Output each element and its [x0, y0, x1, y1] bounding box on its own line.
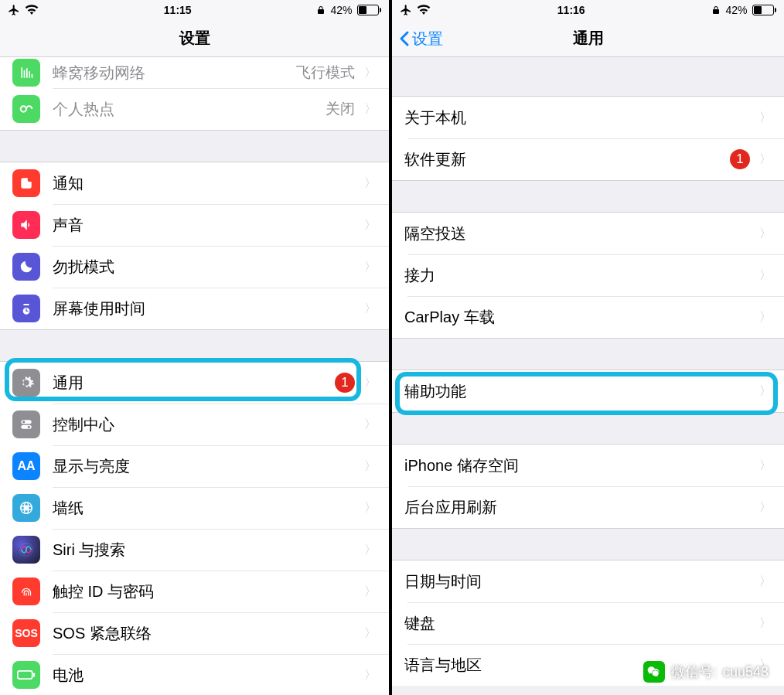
row-notifications[interactable]: 通知 〉 — [0, 162, 389, 204]
row-keyboard[interactable]: 键盘 〉 — [392, 602, 784, 644]
notifications-icon — [12, 169, 40, 197]
battery-row-icon — [12, 661, 40, 689]
status-bar: 11:16 42% — [392, 0, 784, 20]
battery-icon — [752, 5, 777, 15]
row-wallpaper[interactable]: 墙纸 〉 — [0, 487, 389, 529]
group-continuity: 隔空投送 〉 接力 〉 CarPlay 车载 〉 — [392, 212, 784, 339]
chevron-right-icon: 〉 — [364, 101, 377, 118]
touchid-label: 触控 ID 与密码 — [53, 581, 361, 602]
sounds-icon — [12, 211, 40, 239]
carplay-label: CarPlay 车载 — [404, 307, 756, 328]
chevron-left-icon — [398, 29, 411, 48]
chevron-right-icon: 〉 — [759, 110, 772, 126]
nav-back-button[interactable]: 设置 — [398, 20, 443, 57]
touchid-icon — [12, 577, 40, 605]
chevron-right-icon: 〉 — [364, 500, 377, 516]
status-time: 11:16 — [557, 4, 585, 16]
row-battery[interactable]: 电池 〉 — [0, 654, 389, 695]
svg-point-5 — [28, 426, 30, 428]
sos-icon: SOS — [12, 619, 40, 647]
chevron-right-icon: 〉 — [364, 217, 377, 233]
siri-label: Siri 与搜索 — [53, 540, 361, 560]
chevron-right-icon: 〉 — [759, 152, 772, 168]
group-storage: iPhone 储存空间 〉 后台应用刷新 〉 — [392, 444, 784, 529]
dnd-icon — [12, 253, 40, 281]
sounds-label: 声音 — [53, 215, 361, 236]
row-software-update[interactable]: 软件更新 1 〉 — [392, 138, 784, 180]
datetime-label: 日期与时间 — [404, 571, 756, 592]
hotspot-icon — [12, 95, 40, 123]
svg-rect-11 — [18, 671, 32, 679]
battery-pct: 42% — [725, 4, 747, 16]
general-label: 通用 — [53, 373, 335, 393]
keyboard-label: 键盘 — [404, 613, 756, 634]
spacer — [392, 57, 784, 96]
chevron-right-icon: 〉 — [364, 175, 377, 192]
storage-label: iPhone 储存空间 — [404, 455, 756, 476]
chevron-right-icon: 〉 — [364, 301, 377, 317]
svg-point-7 — [24, 506, 29, 510]
update-badge: 1 — [730, 149, 750, 169]
row-datetime[interactable]: 日期与时间 〉 — [392, 560, 784, 602]
row-dnd[interactable]: 勿扰模式 〉 — [0, 246, 389, 288]
status-bar: 11:15 42% — [0, 0, 389, 20]
row-general[interactable]: 通用 1 〉 — [0, 362, 389, 404]
notifications-label: 通知 — [53, 173, 361, 194]
display-icon: AA — [12, 452, 40, 480]
chevron-right-icon: 〉 — [364, 667, 377, 683]
battery-label: 电池 — [53, 665, 361, 686]
row-about[interactable]: 关于本机 〉 — [392, 97, 784, 138]
group-general: 通用 1 〉 控制中心 〉 AA 显示与亮度 〉 墙纸 〉 Siri 与搜 — [0, 361, 389, 695]
cellular-label: 蜂窝移动网络 — [53, 63, 296, 83]
row-accessibility[interactable]: 辅助功能 〉 — [392, 370, 784, 412]
chevron-right-icon: 〉 — [759, 499, 772, 516]
watermark-id: cuu543 — [723, 664, 769, 680]
nav-title: 设置 — [179, 28, 210, 49]
spacer — [392, 529, 784, 560]
screentime-icon — [12, 295, 40, 322]
airplane-icon — [8, 4, 20, 16]
update-label: 软件更新 — [404, 149, 730, 170]
row-sos[interactable]: SOS SOS 紧急联络 〉 — [0, 612, 389, 654]
wallpaper-label: 墙纸 — [53, 498, 361, 519]
row-sounds[interactable]: 声音 〉 — [0, 204, 389, 246]
chevron-right-icon: 〉 — [364, 542, 377, 558]
control-center-label: 控制中心 — [53, 414, 361, 435]
row-screentime[interactable]: 屏幕使用时间 〉 — [0, 288, 389, 329]
airplane-icon — [400, 4, 412, 16]
chevron-right-icon: 〉 — [759, 226, 772, 242]
lock-icon — [316, 5, 326, 15]
sos-label: SOS 紧急联络 — [53, 623, 361, 644]
dnd-label: 勿扰模式 — [53, 257, 361, 278]
row-control-center[interactable]: 控制中心 〉 — [0, 404, 389, 445]
spacer — [392, 181, 784, 212]
spacer — [392, 339, 784, 370]
display-label: 显示与亮度 — [53, 456, 361, 477]
general-pane-right: 11:16 42% 设置 通用 关于本机 〉 软件更新 1 〉 — [392, 0, 784, 695]
chevron-right-icon: 〉 — [759, 574, 772, 590]
row-storage[interactable]: iPhone 储存空间 〉 — [392, 445, 784, 486]
group-about: 关于本机 〉 软件更新 1 〉 — [392, 96, 784, 181]
row-airdrop[interactable]: 隔空投送 〉 — [392, 213, 784, 254]
wifi-icon — [417, 5, 431, 15]
row-display[interactable]: AA 显示与亮度 〉 — [0, 445, 389, 487]
chevron-right-icon: 〉 — [364, 584, 377, 600]
row-siri[interactable]: Siri 与搜索 〉 — [0, 529, 389, 571]
wechat-icon — [643, 661, 665, 683]
svg-point-1 — [28, 177, 33, 182]
airdrop-label: 隔空投送 — [404, 223, 756, 244]
watermark-prefix: 微信号: — [671, 663, 717, 681]
row-handoff[interactable]: 接力 〉 — [392, 254, 784, 296]
row-touchid[interactable]: 触控 ID 与密码 〉 — [0, 571, 389, 612]
chevron-right-icon: 〉 — [759, 267, 772, 284]
cellular-value: 飞行模式 — [296, 63, 355, 83]
control-center-icon — [12, 411, 40, 438]
row-carplay[interactable]: CarPlay 车载 〉 — [392, 296, 784, 338]
general-badge: 1 — [335, 373, 355, 393]
chevron-right-icon: 〉 — [364, 625, 377, 642]
chevron-right-icon: 〉 — [759, 615, 772, 632]
row-hotspot[interactable]: 个人热点 关闭 〉 — [0, 88, 389, 130]
row-bg-refresh[interactable]: 后台应用刷新 〉 — [392, 486, 784, 528]
hotspot-label: 个人热点 — [53, 99, 326, 120]
row-cellular[interactable]: 蜂窝移动网络 飞行模式 〉 — [0, 57, 389, 88]
